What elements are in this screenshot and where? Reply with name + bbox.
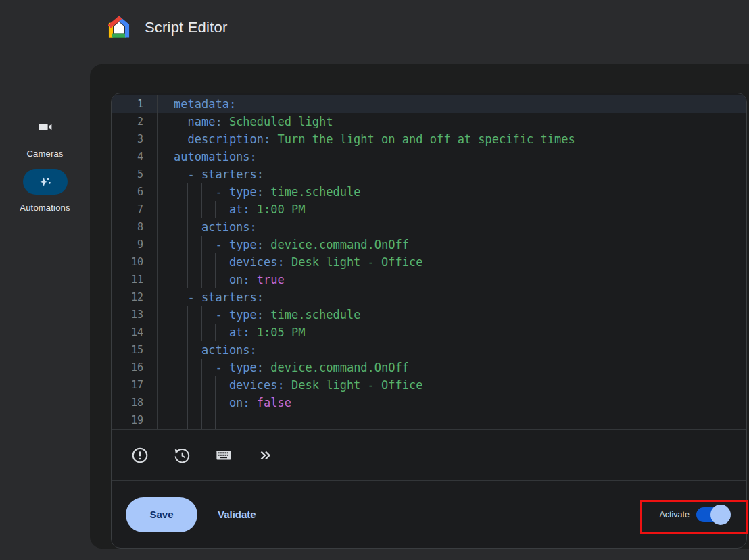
script-editor-panel: 1metadata:2name: Scheduled light3descrip… (111, 93, 747, 549)
line-number: 10 (112, 253, 158, 271)
code-line-content (158, 411, 746, 429)
indent-guide (174, 341, 187, 359)
code-line[interactable]: 7at: 1:00 PM (112, 201, 746, 218)
line-number: 3 (112, 130, 158, 148)
code-line[interactable]: 12- starters: (112, 288, 746, 306)
indent-guide (187, 218, 201, 236)
line-number: 1 (112, 95, 158, 113)
keyboard-icon (215, 446, 233, 464)
indent-guide (187, 376, 201, 394)
save-button[interactable]: Save (126, 497, 197, 532)
indent-guide (187, 341, 201, 359)
indent-guide (201, 359, 215, 376)
indent-guide (174, 324, 187, 341)
code-lines[interactable]: 1metadata:2name: Scheduled light3descrip… (112, 93, 746, 429)
history-button[interactable] (173, 447, 191, 464)
code-line[interactable]: 4automations: (112, 148, 746, 166)
indent-guide (201, 183, 215, 201)
more-tools-button[interactable] (257, 447, 274, 464)
code-line-content: - type: device.command.OnOff (158, 359, 746, 376)
code-line[interactable]: 10devices: Desk light - Office (112, 253, 746, 271)
code-line[interactable]: 14at: 1:05 PM (112, 324, 746, 341)
indent-guide (187, 411, 201, 429)
code-line-content: - type: device.command.OnOff (158, 236, 746, 253)
indent-guide (187, 201, 201, 218)
indent-guide (187, 306, 201, 324)
code-line[interactable]: 15actions: (112, 341, 746, 359)
sparkle-icon (38, 174, 53, 189)
code-line-content: on: false (158, 394, 746, 411)
code-line[interactable]: 18on: false (112, 394, 746, 411)
indent-guide (174, 376, 187, 394)
validate-button[interactable]: Validate (218, 509, 256, 520)
line-number: 14 (112, 324, 158, 341)
indent-guide (215, 376, 228, 394)
indent-guide (215, 271, 228, 288)
code-line[interactable]: 16- type: device.command.OnOff (112, 359, 746, 376)
indent-guide (174, 359, 187, 376)
alert-circle-icon (131, 447, 149, 464)
code-line[interactable]: 19 (112, 411, 746, 429)
page-title: Script Editor (145, 19, 227, 36)
problems-button[interactable] (131, 447, 149, 464)
code-line-content: automations: (158, 148, 746, 166)
code-line-content: - starters: (158, 288, 746, 306)
line-number: 19 (112, 411, 158, 429)
code-line[interactable]: 8actions: (112, 218, 746, 236)
activate-label: Activate (660, 510, 690, 519)
toggle-thumb (710, 505, 731, 525)
line-number: 12 (112, 288, 158, 306)
indent-guide (174, 218, 187, 236)
indent-guide (201, 376, 215, 394)
line-number: 17 (112, 376, 158, 394)
sidebar: Cameras Automations (0, 54, 90, 560)
indent-guide (187, 359, 201, 376)
line-number: 9 (112, 236, 158, 253)
code-line-content: name: Scheduled light (158, 113, 746, 130)
indent-guide (174, 113, 187, 130)
code-line[interactable]: 13- type: time.schedule (112, 306, 746, 324)
code-line-content: - starters: (158, 166, 746, 183)
editor-toolbar (112, 429, 746, 480)
indent-guide (174, 130, 187, 148)
code-line-content: metadata: (158, 95, 746, 113)
history-icon (173, 447, 191, 464)
indent-guide (215, 324, 228, 341)
google-home-logo-icon (108, 16, 130, 38)
videocam-icon (37, 119, 53, 135)
line-number: 5 (112, 166, 158, 183)
code-line[interactable]: 3description: Turn the light on and off … (112, 130, 746, 148)
line-number: 4 (112, 148, 158, 166)
keyboard-button[interactable] (215, 447, 233, 464)
code-line[interactable]: 6- type: time.schedule (112, 183, 746, 201)
code-line[interactable]: 11on: true (112, 271, 746, 288)
indent-guide (174, 271, 187, 288)
code-line[interactable]: 5- starters: (112, 166, 746, 183)
code-line[interactable]: 17devices: Desk light - Office (112, 376, 746, 394)
indent-guide (187, 183, 201, 201)
app-header: Script Editor (0, 0, 749, 54)
chevron-double-right-icon (258, 447, 274, 463)
code-line[interactable]: 2name: Scheduled light (112, 113, 746, 130)
indent-guide (201, 324, 215, 341)
line-number: 18 (112, 394, 158, 411)
line-number: 13 (112, 306, 158, 324)
code-line-content: - type: time.schedule (158, 183, 746, 201)
activate-toggle[interactable] (696, 507, 729, 522)
line-number: 2 (112, 113, 158, 130)
line-number: 6 (112, 183, 158, 201)
code-line[interactable]: 1metadata: (112, 95, 746, 113)
sidebar-item-automations[interactable]: Automations (0, 169, 90, 213)
sidebar-item-cameras[interactable]: Cameras (0, 119, 90, 159)
code-line[interactable]: 9- type: device.command.OnOff (112, 236, 746, 253)
indent-guide (174, 411, 187, 429)
indent-guide (201, 201, 215, 218)
code-line-content: - type: time.schedule (158, 306, 746, 324)
code-line-content: description: Turn the light on and off a… (158, 130, 746, 148)
line-number: 16 (112, 359, 158, 376)
indent-guide (174, 394, 187, 411)
indent-guide (174, 201, 187, 218)
editor-footer: Save Validate Activate (112, 480, 746, 548)
code-line-content: at: 1:05 PM (158, 324, 746, 341)
indent-guide (187, 253, 201, 271)
